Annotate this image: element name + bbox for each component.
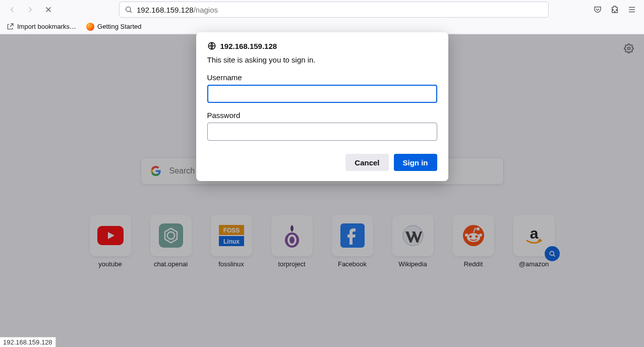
username-label: Username	[207, 73, 437, 82]
url-path: /nagios	[194, 6, 218, 14]
import-bookmarks-button[interactable]: Import bookmarks…	[4, 22, 78, 32]
signin-button[interactable]: Sign in	[394, 154, 437, 171]
extensions-button[interactable]	[607, 2, 623, 18]
cancel-button[interactable]: Cancel	[345, 154, 388, 171]
svg-point-0	[126, 7, 131, 12]
url-bar[interactable]: 192.168.159.128/nagios	[119, 2, 549, 18]
globe-icon	[207, 41, 216, 50]
search-icon	[125, 6, 133, 14]
url-host: 192.168.159.128	[137, 6, 194, 14]
import-bookmarks-label: Import bookmarks…	[17, 23, 76, 30]
auth-message: This site is asking you to sign in.	[207, 55, 437, 64]
getting-started-bookmark[interactable]: Getting Started	[84, 22, 143, 32]
url-text: 192.168.159.128/nagios	[137, 6, 543, 14]
pocket-button[interactable]	[590, 2, 606, 18]
menu-button[interactable]	[624, 2, 640, 18]
back-button	[4, 2, 20, 18]
browser-toolbar: 192.168.159.128/nagios	[0, 0, 644, 19]
import-icon	[6, 23, 14, 31]
status-text: 192.168.159.128	[3, 338, 52, 346]
http-auth-dialog: 192.168.159.128 This site is asking you …	[196, 32, 448, 181]
firefox-icon	[86, 23, 94, 31]
password-input[interactable]	[207, 123, 437, 141]
getting-started-label: Getting Started	[97, 23, 141, 30]
forward-button	[22, 2, 38, 18]
stop-button[interactable]	[40, 2, 56, 18]
auth-host: 192.168.159.128	[220, 42, 277, 50]
password-label: Password	[207, 111, 437, 120]
username-input[interactable]	[207, 85, 437, 103]
status-bar: 192.168.159.128	[0, 337, 56, 347]
